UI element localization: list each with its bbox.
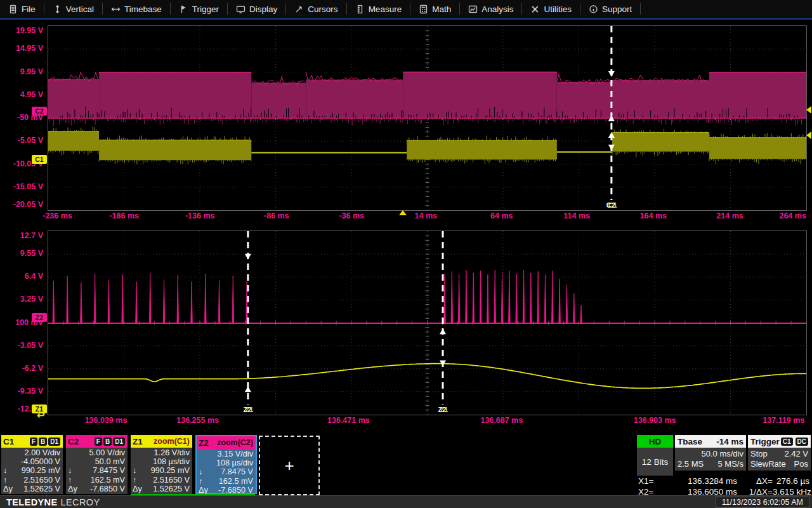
descriptor-row-value: 2.51650 V: [153, 476, 190, 485]
descriptor-row: -4.05000 V: [3, 457, 60, 466]
y-axis-tick-label: 3.25 V: [20, 295, 43, 304]
x-axis-tick-label: -36 ms: [339, 211, 364, 220]
menu-item-label: Cursors: [308, 4, 337, 14]
y-axis-tick-label: 9.55 V: [20, 249, 43, 258]
descriptor-header: Z2zoom(C2): [197, 436, 256, 449]
trace-descriptor-z1[interactable]: Z1zoom(C1)1.26 V/div108 µs/div↓990.25 mV…: [131, 435, 192, 494]
descriptor-row: Δy1.52625 V: [3, 485, 60, 493]
descriptor-row: ↓7.8475 V: [199, 467, 253, 476]
descriptor-row-value: 2.00 V/div: [25, 448, 60, 457]
trigger-mode: Stop: [750, 449, 768, 459]
trigger-box[interactable]: Trigger C1 DC Stop 2.42 V SlewRate Pos: [748, 435, 811, 471]
hd-mode-box[interactable]: HD 12 Bits: [637, 435, 673, 476]
menu-separator: [640, 3, 641, 15]
x-axis-tick-label: -236 ms: [43, 211, 72, 220]
descriptor-row-symbol: [68, 457, 82, 466]
menu-item-label: Timebase: [124, 4, 162, 14]
menu-item-analysis[interactable]: Analysis: [460, 0, 521, 18]
descriptor-row-symbol: Δy: [133, 485, 147, 493]
trigger-level-marker-icon[interactable]: [806, 106, 811, 114]
z2-position-badge[interactable]: Z2: [32, 313, 47, 322]
menu-item-display[interactable]: Display: [228, 0, 285, 18]
y-axis-tick-label: 4.95 V: [20, 90, 43, 99]
y-axis-tick-label: -6.2 V: [22, 364, 43, 373]
menu-item-cursors[interactable]: Cursors: [286, 0, 346, 18]
file-icon: [8, 4, 18, 14]
descriptor-badge: F: [95, 438, 102, 446]
descriptor-row-symbol: ↓: [3, 466, 17, 475]
descriptor-row-symbol: ↑: [3, 476, 17, 485]
x1-value: 136.3284 ms: [662, 476, 737, 486]
descriptor-row-value: 2.51650 V: [23, 476, 60, 485]
svg-text:Z2: Z2: [243, 406, 251, 413]
descriptor-body: 1.26 V/div108 µs/div↓990.25 mV↑2.51650 V…: [131, 448, 192, 493]
x-axis-tick-label: -186 ms: [109, 211, 139, 220]
trigger-icon: [179, 4, 188, 14]
main-x-axis-labels: -236 ms-186 ms-136 ms-86 ms-36 ms14 ms64…: [48, 211, 806, 224]
menu-item-file[interactable]: File: [0, 0, 44, 18]
vertical-icon: [53, 4, 62, 14]
descriptor-title: C2: [68, 437, 79, 446]
y-axis-tick-label: 9.95 V: [20, 67, 43, 76]
menu-item-utilities[interactable]: Utilities: [522, 0, 580, 18]
math-icon: [419, 4, 428, 14]
teledyne-lecroy-logo: TELEDYNELECROY: [6, 497, 100, 507]
menu-item-trigger[interactable]: Trigger: [171, 0, 227, 18]
menu-item-measure[interactable]: Measure: [347, 0, 410, 18]
y-axis-tick-label: -3.05 V: [18, 341, 43, 350]
utilities-icon: [530, 4, 540, 14]
descriptor-row-symbol: ↑: [68, 476, 82, 485]
c2-position-badge[interactable]: C2: [32, 107, 47, 116]
menu-bar: FileVerticalTimebaseTriggerDisplayCursor…: [0, 0, 812, 18]
svg-text:C2: C2: [606, 201, 615, 209]
descriptor-row: ↓990.25 mV: [133, 466, 190, 475]
main-waveform-grid[interactable]: C1C2: [48, 25, 807, 211]
zoom-cursor-2[interactable]: Z1Z2: [435, 231, 450, 414]
add-trace-slot[interactable]: +: [259, 436, 320, 495]
descriptor-row-value: 162.5 mV: [91, 476, 125, 485]
menu-item-label: Vertical: [66, 4, 94, 14]
x-axis-tick-label: 136.471 ms: [327, 416, 370, 425]
menu-item-label: Math: [432, 4, 451, 14]
descriptor-row: 5.00 V/div: [68, 448, 125, 457]
menu-item-label: File: [22, 4, 36, 14]
menu-item-timebase[interactable]: Timebase: [103, 0, 170, 18]
display-icon: [236, 4, 246, 14]
trigger-position-marker-icon[interactable]: [399, 210, 407, 215]
timebase-box[interactable]: Tbase -14 ms 50.0 ms/div 2.5 MS 5 MS/s: [675, 435, 746, 471]
x-axis-tick-label: 64 ms: [490, 211, 513, 220]
analysis-icon: [468, 4, 478, 14]
x-axis-tick-label: 136.687 ms: [480, 416, 523, 425]
y-axis-tick-label: -5.05 V: [18, 136, 43, 145]
menu-item-support[interactable]: Support: [580, 0, 640, 18]
menu-item-label: Utilities: [544, 4, 572, 14]
descriptor-row-value: 5.00 V/div: [89, 448, 125, 457]
trace-descriptor-z2[interactable]: Z2zoom(C2)3.15 V/div108 µs/div↓7.8475 V↑…: [195, 435, 257, 494]
descriptor-row-value: 162.5 mV: [219, 477, 253, 486]
menu-item-vertical[interactable]: Vertical: [44, 0, 102, 18]
trigger-level: 2.42 V: [784, 449, 808, 459]
trace-descriptor-c1[interactable]: C1FBD12.00 V/div-4.05000 V↓990.25 mV↑2.5…: [1, 435, 63, 494]
c2-trace: [48, 72, 806, 126]
support-icon: [589, 4, 598, 14]
descriptor-row-value: 50.0 mV: [95, 457, 125, 466]
x-axis-tick-label: -86 ms: [264, 211, 289, 220]
descriptor-row-value: 3.15 V/div: [218, 450, 253, 458]
descriptor-row-value: 1.52625 V: [23, 485, 60, 493]
descriptor-row-value: 990.25 mV: [22, 466, 60, 475]
x-axis-tick-label: 136.903 ms: [634, 416, 676, 425]
oscilloscope-screen: FileVerticalTimebaseTriggerDisplayCursor…: [0, 0, 812, 508]
trace-descriptor-c2[interactable]: C2FBD15.00 V/div50.0 mV↓7.8475 V↑162.5 m…: [66, 435, 128, 494]
zoom-waveform-grid[interactable]: Z1Z2Z1Z2: [48, 231, 807, 415]
menu-item-math[interactable]: Math: [410, 0, 459, 18]
descriptor-badge: B: [103, 438, 112, 446]
c1-position-badge[interactable]: C1: [32, 155, 47, 164]
descriptor-row: Δy-7.6850 V: [199, 486, 253, 495]
zoom-cursor-1[interactable]: Z1Z2: [240, 231, 256, 414]
descriptor-badge: D1: [48, 438, 60, 446]
trigger-coupling-badge: DC: [796, 438, 808, 446]
descriptor-row-symbol: [3, 448, 17, 457]
trigger-level-marker2-icon[interactable]: [806, 131, 811, 139]
y-axis-tick-label: -20.05 V: [13, 200, 43, 209]
tbase-offset: -14 ms: [716, 437, 743, 446]
